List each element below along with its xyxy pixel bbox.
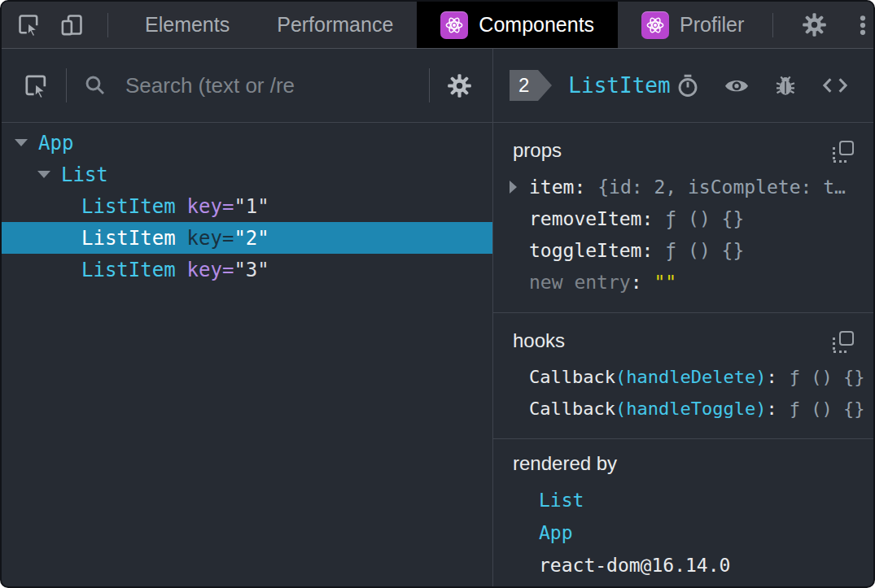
prop-separator: :: [641, 208, 653, 229]
prop-separator: :: [641, 240, 653, 261]
prop-value: {id: 2, isComplete: t…: [597, 176, 846, 198]
collapse-expander-icon[interactable]: [15, 139, 28, 146]
select-element-to-inspect-icon[interactable]: [23, 72, 50, 99]
copy-hooks-icon[interactable]: [832, 331, 854, 353]
topbar-separator: [107, 13, 108, 37]
tree-toolbar: [2, 49, 492, 123]
expand-prop-icon[interactable]: [510, 181, 517, 194]
component-name: List: [61, 163, 108, 186]
props-title: props: [513, 139, 562, 162]
rendered-by-list-item: react-dom@16.14.0: [513, 549, 854, 581]
devtools-topbar: Elements Performance Components: [2, 2, 873, 49]
prop-separator: :: [574, 176, 585, 198]
tree-row-app[interactable]: App: [2, 127, 492, 159]
new-entry-value[interactable]: "": [654, 272, 676, 293]
tree-settings-gear-icon[interactable]: [446, 72, 473, 99]
hook-value: ƒ () {}: [790, 399, 865, 419]
component-name: ListItem: [81, 227, 176, 250]
hook-value: ƒ () {}: [790, 367, 865, 387]
renderer-version: react-dom@16.14.0: [539, 555, 730, 576]
toolbar-separator: [66, 68, 67, 102]
devtools-window: Elements Performance Components: [0, 0, 875, 588]
prop-row-item[interactable]: item: {id: 2, isComplete: t…: [513, 171, 854, 203]
tab-components[interactable]: Components: [417, 2, 618, 48]
suspend-stopwatch-icon[interactable]: [676, 73, 700, 98]
hook-separator: :: [766, 399, 777, 419]
copy-icon-dots: [833, 351, 847, 353]
tab-profiler[interactable]: Profiler: [618, 2, 768, 48]
topbar-tabs: Elements Performance Components: [121, 2, 768, 48]
copy-icon-box: [839, 331, 854, 346]
copy-icon-dots: [833, 147, 835, 159]
topbar-left-icons: [2, 2, 113, 48]
component-name: ListItem: [81, 259, 176, 281]
device-toolbar-icon[interactable]: [59, 12, 85, 37]
hooks-section-header: hooks: [513, 329, 854, 354]
tab-components-label: Components: [479, 13, 594, 37]
component-name: App: [38, 132, 73, 155]
prop-row-removeitem[interactable]: removeItem: ƒ () {}: [513, 203, 854, 234]
prop-value: ƒ () {}: [665, 208, 744, 229]
owner-link[interactable]: App: [539, 522, 573, 543]
element-id-badge: 2: [510, 70, 538, 101]
tree-row-listitem-3[interactable]: ListItem key="3": [2, 254, 492, 285]
copy-icon-dots: [833, 160, 847, 163]
rendered-by-section: rendered by List App react-dom@16.14.0: [493, 439, 873, 586]
prop-name: removeItem: [529, 208, 641, 229]
tree-row-listitem-1[interactable]: ListItem key="1": [2, 190, 492, 222]
hook-separator: :: [766, 367, 777, 387]
tab-performance-label: Performance: [277, 13, 393, 37]
hook-name: Callback: [529, 399, 615, 419]
inspect-dom-eye-icon[interactable]: [724, 72, 750, 98]
tree-row-list[interactable]: List: [2, 159, 492, 190]
selected-component-title: ListItem: [568, 73, 670, 98]
rendered-by-list-item[interactable]: List: [513, 484, 854, 516]
components-tree-panel: App List ListItem key="1" ListItem key="…: [2, 49, 493, 586]
copy-props-icon[interactable]: [832, 141, 854, 163]
key-attribute: key=: [187, 227, 234, 250]
toolbar-separator: [429, 68, 430, 102]
props-section: props item: {id: 2, isComplete: t… remov…: [493, 123, 873, 313]
rendered-by-list-item[interactable]: App: [513, 516, 854, 549]
hook-row-handletoggle[interactable]: Callback(handleToggle): ƒ () {}: [513, 393, 854, 425]
tab-performance[interactable]: Performance: [253, 2, 417, 48]
key-value: "3": [234, 259, 269, 281]
key-attribute: key=: [187, 259, 234, 281]
collapse-expander-icon[interactable]: [37, 171, 50, 178]
hook-name: Callback: [529, 367, 615, 387]
key-value: "2": [234, 227, 269, 250]
prop-separator: :: [631, 272, 642, 293]
rendered-by-header: rendered by: [513, 452, 854, 477]
key-attribute: key=: [187, 195, 234, 218]
log-to-console-bug-icon[interactable]: [773, 73, 798, 98]
tab-elements[interactable]: Elements: [121, 2, 253, 48]
search-input[interactable]: [124, 72, 413, 99]
hook-arg: (handleToggle): [615, 399, 766, 419]
settings-gear-icon[interactable]: [801, 11, 828, 38]
topbar-separator: [772, 13, 773, 37]
prop-value: ƒ () {}: [665, 240, 744, 261]
react-logo-icon: [440, 11, 468, 39]
search-icon: [83, 73, 107, 98]
react-logo-icon: [641, 11, 669, 39]
more-options-kebab-icon[interactable]: [851, 13, 875, 37]
element-actions: [676, 72, 849, 99]
component-name: ListItem: [81, 195, 176, 218]
hooks-section: hooks Callback(handleDelete): ƒ () {} Ca…: [493, 313, 873, 439]
new-entry-placeholder[interactable]: new entry: [529, 272, 631, 293]
inspect-element-icon[interactable]: [16, 12, 42, 37]
main-split: App List ListItem key="1" ListItem key="…: [2, 49, 873, 586]
hook-row-handledelete[interactable]: Callback(handleDelete): ƒ () {}: [513, 361, 854, 393]
hook-arg: (handleDelete): [615, 367, 766, 387]
prop-name: item: [529, 176, 574, 198]
prop-row-toggleitem[interactable]: toggleItem: ƒ () {}: [513, 234, 854, 266]
key-value: "1": [234, 195, 269, 218]
owner-link[interactable]: List: [539, 490, 584, 511]
badge-arrow: [538, 70, 552, 101]
tab-elements-label: Elements: [145, 13, 230, 37]
inspected-element-header: 2 ListItem: [493, 49, 873, 123]
view-source-code-icon[interactable]: [821, 72, 849, 99]
tree-row-listitem-2-selected[interactable]: ListItem key="2": [2, 222, 492, 254]
copy-icon-box: [839, 141, 854, 155]
prop-row-new-entry[interactable]: new entry: "": [513, 266, 854, 298]
